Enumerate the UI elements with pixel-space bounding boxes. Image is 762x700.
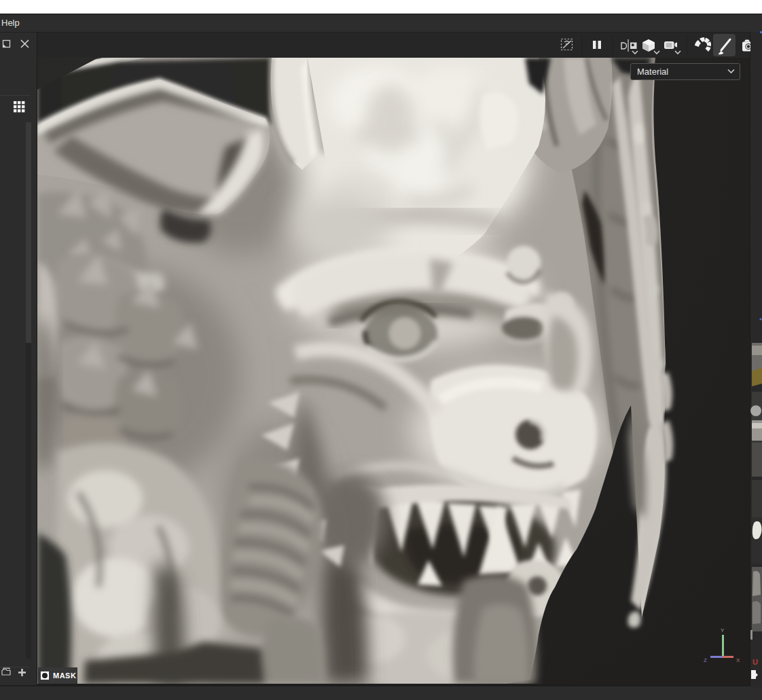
svg-text:Y: Y (721, 627, 725, 633)
svg-text:X: X (736, 657, 740, 663)
svg-text:U: U (752, 658, 758, 666)
svg-text:Z: Z (704, 657, 707, 663)
